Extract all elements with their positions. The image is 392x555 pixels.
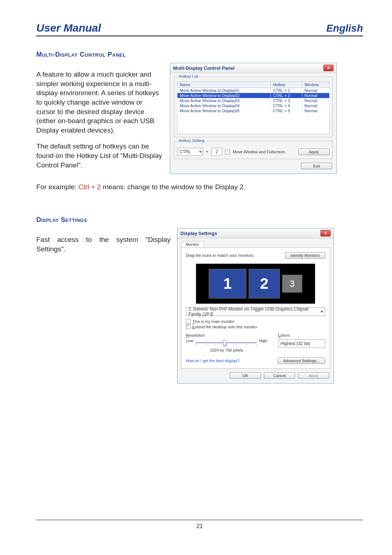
modifier-value: CTRL [180, 149, 191, 154]
identify-monitors-button[interactable]: Identify Monitors [285, 252, 325, 259]
fullscreen-checkbox-label: Move Window and Fullscreen [233, 150, 285, 154]
apply-button[interactable]: Apply [298, 372, 329, 379]
table-row[interactable]: Move Active Window to Display04 CTRL + 4… [177, 103, 330, 108]
page-footer: 21 [36, 520, 363, 530]
label-rest: olors: [281, 333, 291, 337]
label-rest: his is my main monitor [195, 319, 234, 324]
table-row[interactable]: Move Active Window to Display02 CTRL + 2… [177, 93, 330, 98]
cell-name: Move Active Window to Display01 [177, 88, 271, 93]
hotkey-table[interactable]: Name Hotkey Window Move Active Window to… [177, 81, 330, 113]
colors-dropdown[interactable]: Highest (32 bit) [278, 339, 325, 348]
help-link[interactable]: How do I get the best display? [186, 358, 239, 363]
monitor-1[interactable]: 1 [209, 269, 246, 299]
cell-name: Move Active Window to Display05 [177, 108, 271, 113]
resolution-slider[interactable] [195, 339, 257, 347]
header-language: English [326, 23, 363, 34]
resolution-value: 1024 by 768 pixels [186, 348, 267, 352]
col-hotkey[interactable]: Hotkey [271, 82, 302, 88]
example-label: For example: [36, 183, 78, 191]
table-row[interactable]: Move Active Window to Display05 CTRL + 5… [177, 108, 330, 113]
table-row[interactable]: Move Active Window to Display01 CTRL + 1… [177, 88, 330, 93]
cell-name: Move Active Window to Display03 [177, 98, 271, 103]
tab-monitor[interactable]: Monitor [181, 241, 204, 247]
table-row[interactable]: Move Active Window to Display03 CTRL + 3… [177, 98, 330, 103]
cell-hotkey: CTRL + 1 [271, 88, 302, 93]
section1-para1: A feature to allow a much quicker and si… [36, 70, 163, 135]
cell-name: Move Active Window to Display04 [177, 103, 271, 108]
hotkey-number-input[interactable]: 2 [211, 148, 222, 156]
display-settings-dialog: Display Settings x Monitor Drag the icon… [177, 228, 334, 384]
chevron-down-icon [199, 151, 202, 153]
page-header: User Manual English [36, 22, 363, 36]
slider-high-label: High [259, 339, 267, 347]
cell-hotkey: CTRL + 2 [271, 93, 302, 98]
hotkey-number-value: 2 [216, 149, 218, 154]
label-rest: xtend the desktop onto this monitor [195, 325, 257, 329]
section2-para: Fast access to the system "Display Setti… [36, 235, 171, 254]
example-rest: means: change to the window to the Displ… [103, 183, 245, 191]
col-window[interactable]: Window [302, 82, 329, 88]
multi-display-dialog: Multi-Display Control Panel x Hotkey Lis… [170, 63, 337, 174]
example-line: For example: Ctrl + 2 means: change to t… [36, 183, 363, 191]
main-monitor-checkbox[interactable] [186, 319, 191, 324]
close-icon[interactable]: x [320, 230, 331, 236]
cell-window: Normal [302, 93, 329, 98]
col-name[interactable]: Name [177, 82, 271, 88]
hotkey-setting-label: Hotkey Setting [177, 138, 206, 143]
resolution-label: Resolution: [186, 333, 206, 337]
example-hotkey: Ctrl + 2 [78, 183, 101, 191]
section1-para2: The default setting of hotkeys can be fo… [36, 142, 163, 170]
accel: C [278, 333, 281, 337]
section-multi-display-heading: Multi-Display Control Panel [36, 51, 363, 58]
label-rest: esolution: [189, 333, 206, 337]
modifier-dropdown[interactable]: CTRL [177, 148, 203, 156]
exit-button[interactable]: Exit [301, 163, 332, 169]
dialog2-title: Display Settings [180, 231, 217, 236]
monitor-select-dropdown[interactable]: 2. Generic Non-PnP Monitor on Trigger US… [186, 307, 325, 316]
cell-window: Normal [302, 103, 329, 108]
monitor-select-value: 2. Generic Non-PnP Monitor on Trigger US… [188, 307, 320, 317]
plus-sign: + [206, 149, 208, 154]
extend-desktop-checkbox[interactable] [186, 324, 191, 329]
slider-low-label: Low [186, 339, 193, 347]
hotkey-list-label: Hotkey List [177, 74, 200, 78]
colors-value: Highest (32 bit) [281, 341, 310, 346]
page-number: 21 [196, 523, 203, 529]
cell-name: Move Active Window to Display02 [177, 93, 271, 98]
monitor-2[interactable]: 2 [249, 269, 280, 299]
cancel-button[interactable]: Cancel [264, 372, 295, 379]
section-display-settings-heading: Display Settings [36, 216, 363, 224]
advanced-settings-button[interactable]: Advanced Settings... [278, 357, 325, 364]
colors-label: Colors: [278, 333, 291, 337]
extend-desktop-label: Extend the desktop onto this monitor [192, 325, 257, 329]
apply-button[interactable]: Apply [298, 149, 330, 155]
fullscreen-checkbox[interactable] [225, 150, 230, 154]
hotkey-table-empty-area [177, 113, 330, 134]
accel: R [186, 333, 189, 337]
dialog1-title: Multi-Display Control Panel [173, 65, 234, 71]
cell-window: Normal [302, 98, 329, 103]
close-icon[interactable]: x [323, 65, 334, 71]
cell-window: Normal [302, 88, 329, 93]
cell-hotkey: CTRL + 5 [271, 108, 302, 113]
header-title: User Manual [36, 22, 101, 34]
main-monitor-label: This is my main monitor [192, 319, 234, 324]
monitor-layout-area[interactable]: 1 2 3 [196, 264, 315, 304]
cell-hotkey: CTRL + 4 [271, 103, 302, 108]
cell-hotkey: CTRL + 3 [271, 98, 302, 103]
ok-button[interactable]: OK [230, 372, 261, 379]
monitor-3[interactable]: 3 [282, 275, 302, 293]
cell-window: Normal [302, 108, 329, 113]
drag-instruction: Drag the icons to match your monitors. [186, 253, 254, 258]
accel: T [192, 319, 195, 324]
chevron-down-icon [320, 311, 323, 313]
